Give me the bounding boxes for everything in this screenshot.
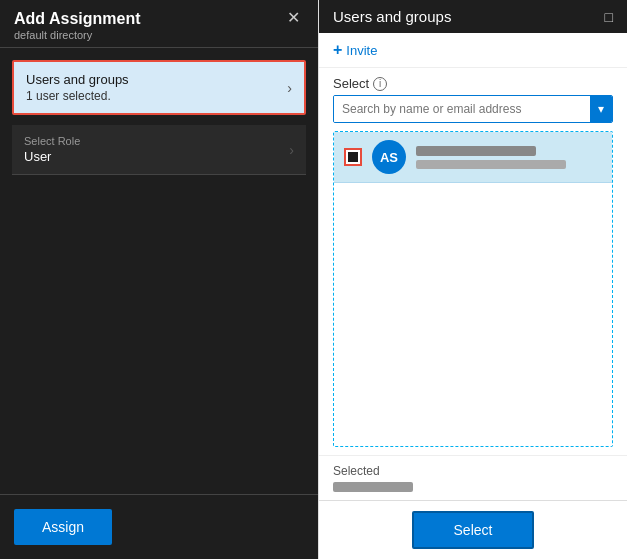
- search-dropdown-button[interactable]: ▾: [590, 96, 612, 122]
- role-value: User: [24, 149, 80, 164]
- select-section: Select i ▾: [319, 68, 627, 123]
- minimize-button[interactable]: □: [605, 9, 613, 25]
- invite-label: Invite: [346, 43, 377, 58]
- assignment-item-text: Users and groups 1 user selected.: [26, 72, 129, 103]
- right-footer: Select: [319, 500, 627, 559]
- user-info: [416, 146, 602, 169]
- assignment-item-subtitle: 1 user selected.: [26, 89, 129, 103]
- user-checkbox[interactable]: [344, 148, 362, 166]
- right-header: Users and groups □: [319, 0, 627, 33]
- invite-plus-icon: +: [333, 41, 342, 59]
- left-panel-title: Add Assignment: [14, 10, 141, 28]
- user-name: [416, 146, 536, 156]
- search-input[interactable]: [334, 96, 590, 122]
- selected-section: Selected: [319, 455, 627, 500]
- role-item-text: Select Role User: [24, 135, 80, 164]
- invite-link[interactable]: + Invite: [333, 41, 613, 59]
- checkbox-check-mark: [348, 152, 358, 162]
- selected-name: [333, 482, 413, 492]
- left-footer: Assign: [0, 494, 318, 559]
- role-item[interactable]: Select Role User ›: [12, 125, 306, 175]
- left-panel: Add Assignment default directory ✕ Users…: [0, 0, 318, 559]
- search-wrapper: ▾: [333, 95, 613, 123]
- assignment-item-title: Users and groups: [26, 72, 129, 87]
- avatar: AS: [372, 140, 406, 174]
- left-header-text: Add Assignment default directory: [14, 10, 141, 41]
- user-email: [416, 160, 566, 169]
- left-panel-subtitle: default directory: [14, 29, 141, 41]
- user-list: AS: [333, 131, 613, 447]
- selected-label: Selected: [333, 464, 613, 478]
- select-label: Select i: [333, 76, 613, 91]
- users-groups-item[interactable]: Users and groups 1 user selected. ›: [12, 60, 306, 115]
- info-icon[interactable]: i: [373, 77, 387, 91]
- role-label: Select Role: [24, 135, 80, 147]
- right-panel: Users and groups □ + Invite Select i ▾: [318, 0, 627, 559]
- select-button[interactable]: Select: [412, 511, 535, 549]
- close-button[interactable]: ✕: [283, 10, 304, 26]
- left-content: Users and groups 1 user selected. › Sele…: [0, 48, 318, 494]
- right-panel-title: Users and groups: [333, 8, 451, 25]
- left-header: Add Assignment default directory ✕: [0, 0, 318, 48]
- right-content: + Invite Select i ▾ AS: [319, 33, 627, 500]
- assign-button[interactable]: Assign: [14, 509, 112, 545]
- role-chevron: ›: [289, 142, 294, 158]
- invite-bar: + Invite: [319, 33, 627, 68]
- user-row[interactable]: AS: [334, 132, 612, 183]
- users-groups-chevron: ›: [287, 80, 292, 96]
